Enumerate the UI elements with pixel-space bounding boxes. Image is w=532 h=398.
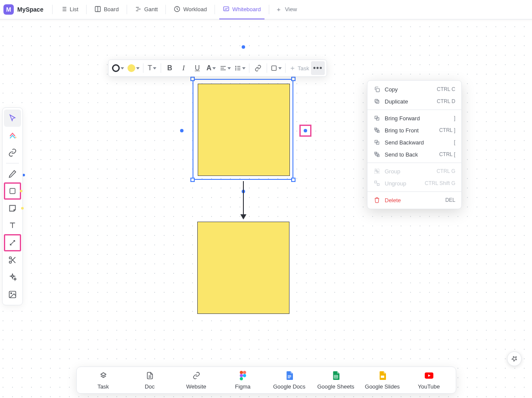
menu-send-to-back[interactable]: Send to Back CTRL [ (367, 148, 461, 160)
list-style-button[interactable] (233, 61, 247, 75)
tool-text[interactable] (4, 217, 21, 234)
italic-button[interactable]: I (177, 61, 190, 75)
tool-ai[interactable] (4, 269, 21, 286)
svg-rect-48 (377, 184, 380, 186)
tool-link[interactable] (4, 144, 21, 161)
shape-format-toolbar: T B I U A ＋ Task ••• (108, 60, 327, 77)
tab-list[interactable]: List (57, 0, 82, 19)
tool-image[interactable] (4, 286, 21, 303)
resize-handle-nw[interactable] (190, 77, 195, 81)
text-align-button[interactable] (218, 61, 233, 75)
tool-clickup-card[interactable]: + (4, 127, 21, 144)
ungroup-icon (373, 180, 380, 186)
google-docs-icon (285, 371, 294, 380)
tab-board[interactable]: Board (91, 0, 122, 19)
tab-whiteboard[interactable]: Whiteboard (219, 0, 264, 19)
menu-send-backward[interactable]: Send Backward [ (367, 136, 461, 148)
insert-figma[interactable]: Figma (220, 371, 266, 390)
svg-point-26 (236, 69, 236, 70)
align-icon (220, 65, 227, 72)
more-options-button[interactable]: ••• (311, 61, 325, 75)
bring-to-front-icon (373, 127, 380, 133)
list-icon (60, 6, 67, 13)
pen-icon (8, 169, 17, 178)
duplicate-icon (373, 98, 380, 104)
insert-doc[interactable]: Doc (127, 371, 173, 390)
tool-shape[interactable] (4, 182, 21, 200)
svg-rect-62 (381, 376, 384, 378)
clickup-icon: + (8, 131, 17, 140)
svg-rect-58 (288, 378, 290, 378)
shape-swap-button[interactable] (269, 61, 283, 75)
resize-handle-se[interactable] (291, 178, 296, 182)
connection-anchor-right-highlighted[interactable] (299, 125, 311, 137)
connector-arrow-head (240, 214, 246, 219)
connector-arrow-line[interactable] (243, 181, 244, 216)
task-icon (99, 371, 108, 380)
connection-anchor-left[interactable] (180, 129, 184, 132)
bring-forward-icon (373, 115, 380, 121)
pin-icon (511, 355, 518, 362)
tool-connector[interactable] (4, 234, 21, 251)
add-view-button[interactable]: + View (274, 0, 301, 19)
text-icon (8, 221, 17, 230)
svg-rect-32 (376, 100, 379, 103)
font-size-button[interactable]: T (145, 61, 159, 75)
chevron-down-icon (278, 67, 282, 69)
insert-task[interactable]: Task (80, 371, 127, 390)
menu-group: Group CTRL G (367, 165, 461, 177)
pin-toolbar-button[interactable] (507, 351, 522, 366)
youtube-icon (425, 371, 433, 380)
rectangle-icon (9, 187, 16, 195)
connector-icon (9, 239, 16, 247)
copy-icon (373, 86, 380, 92)
svg-point-52 (243, 371, 246, 374)
group-icon (373, 168, 380, 174)
shape-rectangle-a[interactable] (198, 84, 290, 176)
menu-bring-to-front[interactable]: Bring to Front CTRL ] (367, 124, 461, 136)
link-icon (255, 65, 261, 72)
svg-point-53 (240, 374, 243, 377)
insert-google-docs[interactable]: Google Docs (266, 371, 313, 390)
connection-anchor-top[interactable] (242, 45, 245, 49)
menu-bring-forward[interactable]: Bring Forward ] (367, 112, 461, 124)
space-name[interactable]: MySpace (17, 6, 44, 13)
image-icon (8, 290, 17, 299)
insert-website[interactable]: Website (173, 371, 220, 390)
font-color-button[interactable]: A (204, 61, 218, 75)
border-style-button[interactable] (110, 61, 126, 75)
tab-gantt[interactable]: Gantt (131, 0, 162, 19)
whiteboard-icon (223, 6, 230, 13)
tool-sticky-note[interactable] (4, 200, 21, 217)
insert-bar: Task Doc Website Figma Google Docs Googl… (76, 367, 456, 394)
bold-button[interactable]: B (163, 61, 177, 75)
menu-duplicate[interactable]: Duplicate CTRL D (367, 95, 461, 107)
svg-text:+: + (15, 135, 17, 140)
resize-handle-sw[interactable] (190, 178, 195, 182)
menu-copy[interactable]: Copy CTRL C (367, 83, 461, 95)
svg-rect-46 (377, 171, 378, 172)
shape-rectangle-b[interactable] (197, 222, 289, 314)
space-badge[interactable]: M (3, 4, 14, 15)
menu-ungroup: Ungroup CTRL Shift G (367, 177, 461, 189)
top-bar: M MySpace List Board Gantt Workload Whit… (0, 0, 532, 19)
tool-draw[interactable] (4, 165, 21, 182)
insert-google-slides[interactable]: Google Slides (359, 371, 406, 390)
resize-handle-ne[interactable] (291, 77, 296, 81)
underline-button[interactable]: U (190, 61, 204, 75)
menu-delete[interactable]: Delete DEL (367, 194, 461, 206)
insert-youtube[interactable]: YouTube (406, 371, 452, 390)
tool-scissors[interactable] (4, 251, 21, 269)
chevron-down-icon (153, 67, 156, 69)
convert-to-task-button[interactable]: ＋ Task (287, 61, 311, 75)
gantt-icon (135, 6, 142, 13)
svg-point-20 (11, 293, 12, 294)
tool-panel: + (2, 107, 23, 305)
svg-point-25 (236, 68, 236, 68)
insert-link-button[interactable] (251, 61, 265, 75)
figma-icon (239, 371, 247, 380)
tool-select[interactable] (4, 110, 21, 127)
insert-google-sheets[interactable]: Google Sheets (313, 371, 359, 390)
fill-color-button[interactable] (126, 61, 141, 75)
tab-workload[interactable]: Workload (170, 0, 210, 19)
